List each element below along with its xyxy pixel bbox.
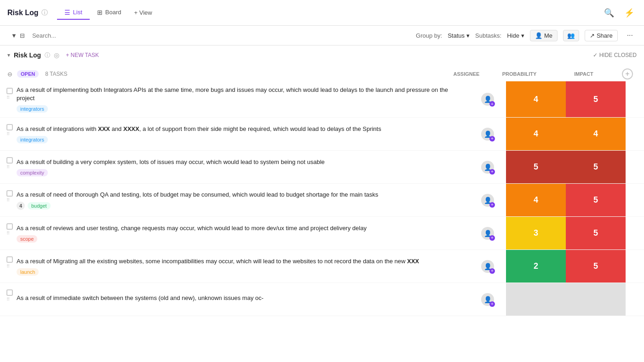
- more-options-button[interactable]: ···: [623, 29, 637, 41]
- section-info-icon[interactable]: ⓘ: [45, 51, 50, 59]
- search-button[interactable]: 🔍: [602, 6, 616, 20]
- page-title: Risk Log: [7, 9, 39, 17]
- table-row: ⠿ As a result of integrations with XXX a…: [0, 118, 644, 151]
- drag-handle[interactable]: ⠿: [6, 164, 10, 170]
- task-tags: integrators: [17, 105, 462, 113]
- impact-cell: 5: [566, 81, 626, 117]
- avatar[interactable]: 👤 +: [481, 128, 494, 141]
- task-text[interactable]: As a result of building a very complex s…: [17, 158, 462, 166]
- tab-list[interactable]: ☰ List: [57, 6, 90, 20]
- open-badge: OPEN: [17, 70, 39, 78]
- probability-cell: 4: [506, 184, 566, 216]
- avatar[interactable]: 👤 +: [481, 93, 494, 106]
- add-assignee-icon[interactable]: +: [489, 301, 495, 307]
- task-assignee: 👤 +: [469, 283, 506, 316]
- group-by-selector[interactable]: Status ▾: [448, 32, 470, 39]
- tab-board[interactable]: ⊞ Board: [90, 6, 129, 20]
- drag-handle[interactable]: ⠿: [6, 95, 10, 100]
- add-assignee-icon[interactable]: +: [489, 136, 495, 141]
- section-toggle[interactable]: ▾: [7, 52, 10, 58]
- task-text[interactable]: As a result of immediate switch between …: [17, 294, 462, 302]
- avatar[interactable]: 👤 +: [481, 227, 494, 240]
- task-assignee: 👤 +: [469, 184, 506, 216]
- task-checkbox[interactable]: [6, 124, 13, 130]
- task-assignee: 👤 +: [469, 250, 506, 283]
- table-row: ⠿ As a result of need of thorough QA and…: [0, 184, 644, 217]
- avatar[interactable]: 👤 +: [481, 293, 494, 306]
- avatar[interactable]: 👤 +: [481, 194, 494, 207]
- avatar[interactable]: 👤 +: [481, 260, 494, 273]
- add-column-button[interactable]: +: [622, 68, 633, 79]
- add-assignee-icon[interactable]: +: [489, 101, 495, 107]
- task-checkbox[interactable]: [6, 223, 13, 230]
- probability-cell: [506, 283, 566, 316]
- tag-complexity[interactable]: complexity: [17, 169, 48, 176]
- task-text[interactable]: As a result of integrations with XXX and…: [17, 125, 462, 133]
- task-text[interactable]: As a result of Migrating all the existin…: [17, 257, 462, 266]
- task-content: ⠿ As a result of implementing both Integ…: [0, 81, 469, 117]
- tag-budget[interactable]: budget: [28, 202, 51, 209]
- task-text[interactable]: As a result of need of thorough QA and t…: [17, 191, 462, 199]
- new-task-button[interactable]: + NEW TASK: [63, 51, 102, 59]
- lightning-button[interactable]: ⚡: [622, 6, 637, 20]
- drag-handle[interactable]: ⠿: [6, 264, 10, 269]
- task-tags: scope: [17, 235, 462, 243]
- task-checkbox[interactable]: [6, 157, 13, 164]
- tag-scope[interactable]: scope: [17, 235, 37, 243]
- target-icon[interactable]: ◎: [54, 51, 59, 59]
- search-input[interactable]: [32, 32, 220, 39]
- task-content: ⠿ As a result of integrations with XXX a…: [0, 118, 469, 150]
- task-content: ⠿ As a result of need of thorough QA and…: [0, 184, 469, 216]
- task-content: ⠿ As a result of reviews and user testin…: [0, 217, 469, 249]
- hide-closed-button[interactable]: ✓ HIDE CLOSED: [593, 52, 637, 58]
- task-assignee: 👤 +: [469, 151, 506, 183]
- tag-number: 4: [17, 202, 25, 210]
- table-row: ⠿ As a result of building a very complex…: [0, 151, 644, 184]
- add-assignee-icon[interactable]: +: [489, 268, 495, 274]
- person-icon: 👤: [535, 32, 542, 39]
- task-text[interactable]: As a result of implementing both Integra…: [17, 86, 462, 102]
- list-icon: ☰: [64, 9, 70, 16]
- filter-icon2: ⊟: [20, 32, 25, 39]
- probability-header: PROBABILITY: [489, 71, 549, 77]
- add-assignee-icon[interactable]: +: [489, 235, 495, 241]
- task-checkbox[interactable]: [6, 88, 13, 94]
- tag-launch[interactable]: launch: [17, 268, 39, 276]
- add-assignee-icon[interactable]: +: [489, 202, 495, 208]
- add-assignee-icon[interactable]: +: [489, 169, 495, 175]
- tasks-count: 8 TASKS: [45, 71, 67, 77]
- tag-integrators[interactable]: integrators: [17, 105, 48, 113]
- task-checkbox[interactable]: [6, 190, 13, 197]
- task-text[interactable]: As a result of reviews and user testing,…: [17, 224, 462, 232]
- group-by-label: Group by:: [416, 32, 442, 39]
- people-button[interactable]: 👥: [563, 30, 579, 41]
- impact-cell: 5: [566, 184, 626, 216]
- add-view-button[interactable]: + View: [129, 6, 158, 19]
- avatar[interactable]: 👤 +: [481, 161, 494, 174]
- drag-handle[interactable]: ⠿: [6, 231, 10, 236]
- drag-handle[interactable]: ⠿: [6, 131, 10, 136]
- task-checkbox[interactable]: [6, 256, 13, 263]
- assignee-header: ASSIGNEE: [448, 71, 485, 77]
- me-button[interactable]: 👤 Me: [530, 30, 558, 41]
- tag-integrators[interactable]: integrators: [17, 136, 48, 143]
- task-content: ⠿ As a result of immediate switch betwee…: [0, 283, 469, 316]
- filter-button[interactable]: ▼ ⊟: [7, 30, 29, 41]
- drag-handle[interactable]: ⠿: [6, 297, 10, 302]
- title-info-icon[interactable]: ⓘ: [41, 9, 48, 17]
- section-title: Risk Log: [14, 51, 41, 59]
- app-header: Risk Log ⓘ ☰ List ⊞ Board + View 🔍 ⚡: [0, 0, 644, 26]
- drag-handle[interactable]: ⠿: [6, 198, 10, 203]
- share-button[interactable]: ↗ Share: [585, 30, 618, 41]
- probability-cell: 4: [506, 118, 566, 150]
- table-row: ⠿ As a result of reviews and user testin…: [0, 217, 644, 250]
- probability-cell: 3: [506, 217, 566, 249]
- subtasks-selector[interactable]: Hide ▾: [507, 32, 524, 39]
- group-toggle[interactable]: ⊖: [7, 71, 12, 78]
- add-field-cell: [626, 283, 644, 316]
- task-assignee: 👤 +: [469, 81, 506, 117]
- share-icon: ↗: [590, 32, 595, 39]
- table-row: ⠿ As a result of immediate switch betwee…: [0, 283, 644, 316]
- toolbar: ▼ ⊟ Group by: Status ▾ Subtasks: Hide ▾ …: [0, 26, 644, 45]
- task-checkbox[interactable]: [6, 289, 13, 296]
